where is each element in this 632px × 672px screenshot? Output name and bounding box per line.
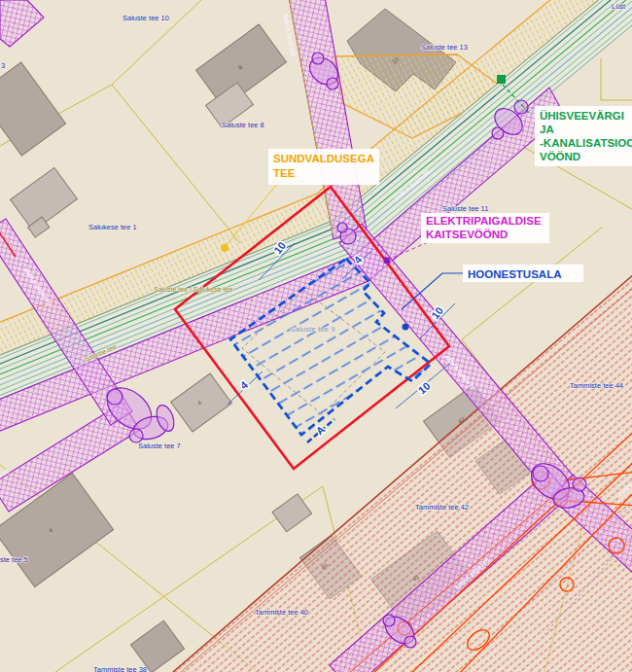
parcel-label: Tammiste tee 38 [93,665,147,672]
parcel-label: Saluste tee 7 [138,442,181,450]
parcel-label: Tammiste tee 40 [255,608,308,617]
callout-text: SUNDVALDUSEGA [273,153,374,164]
blue-point-marker [403,324,409,331]
callout-hoonestusala: HOONESTUSALA [463,265,583,282]
parcel-label: Lüst [612,2,626,11]
callout-text: TEE [273,167,296,179]
parcel-label: Tammiste tee 44 [570,381,623,390]
map-canvas: 10 4 10 10 4 A AMKA 3x70+95 AMKA 3x50+70… [0,0,632,672]
electrical-point-marker [384,258,391,265]
parcel-label: Saluste tee 8 [222,121,264,129]
parcel-label: Saluste tee 11 [442,204,488,213]
callout-text: ÜHISVEEVÄRGI [540,110,624,122]
callout-text: -KANALISATSIOONI [540,137,632,149]
callout-text: VÖÖND [540,151,580,162]
parcel-label: Saluste tee 9 [290,325,335,334]
callout-text: KAITSEVÖÖND [426,229,508,240]
callout-uhisveevargi-voond: ÜHISVEEVÄRGI JA -KANALISATSIOONI VÖÖND [535,106,632,166]
parcel-label: Tammiste tee 42 [415,503,469,512]
parcel-label: Saluste tee 13 [421,43,468,52]
parcel-label: 3 [1,61,5,70]
callout-sundvaldusega-tee: SUNDVALDUSEGA TEE [268,149,379,185]
parcel-label: ste tee 5 [0,555,28,564]
parcel-label: Saluste tee 10 [123,14,169,22]
water-connection-marker [497,75,506,84]
road-point-marker [221,244,228,252]
parcel-label: Salukese tee 1 [88,223,137,231]
callout-elektripaigaldise-kaitsevoond: ELEKTRIPAIGALDISE KAITSEVÖÖND [421,213,549,243]
callout-text: ELEKTRIPAIGALDISE [426,215,542,227]
callout-text: HOONESTUSALA [468,268,561,280]
detail-plan-map: 10 4 10 10 4 A AMKA 3x70+95 AMKA 3x50+70… [0,0,632,672]
road-junction-label: Saluste tee / Salukese tee [154,286,232,293]
callout-text: JA [540,124,554,135]
